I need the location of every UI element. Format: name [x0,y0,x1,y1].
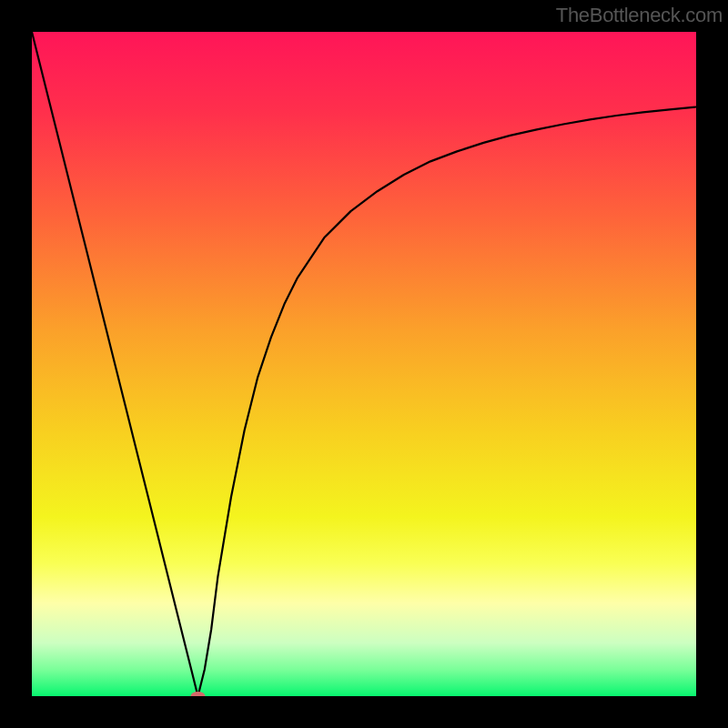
chart-svg [32,32,696,696]
watermark-label: TheBottleneck.com [556,4,723,27]
gradient-background [32,32,696,696]
plot-area [32,32,696,696]
chart-frame: TheBottleneck.com [0,0,728,728]
